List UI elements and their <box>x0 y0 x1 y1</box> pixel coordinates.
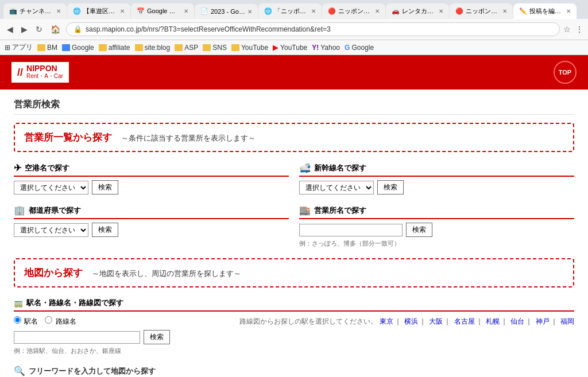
bookmark-yahoo[interactable]: Y! Yahoo <box>312 44 340 52</box>
tab-close-1[interactable]: ✕ <box>56 8 61 14</box>
tab-8[interactable]: 🔴 ニッポンレンタ... ✕ <box>450 3 513 19</box>
station-radio-text-1: 駅名 <box>24 317 38 325</box>
lock-icon: 🔒 <box>74 25 82 33</box>
shinkansen-search-group: 🚅 新幹線名で探す 選択してください 検索 <box>299 162 574 195</box>
bookmark-youtube-link[interactable]: ▶ YouTube <box>273 43 307 52</box>
sep5: ｜ <box>501 317 508 325</box>
bookmark-label-affiliate: affiliate <box>109 44 130 52</box>
tab-close-3[interactable]: ✕ <box>184 8 188 14</box>
tab-favicon-4: 📄 <box>200 7 208 15</box>
sep3: ｜ <box>444 317 451 325</box>
bookmark-affiliate[interactable]: affiliate <box>99 44 130 52</box>
tab-favicon-3: 📅 <box>137 7 145 15</box>
prefecture-search-button[interactable]: 検索 <box>92 223 118 237</box>
office-name-search-button[interactable]: 検索 <box>406 223 432 237</box>
bookmark-bm[interactable]: BM <box>37 44 57 52</box>
map-section-title: 地図から探す <box>24 267 83 278</box>
station-search-button[interactable]: 検索 <box>144 330 170 344</box>
station-section: 🚃 駅名・路線名・路線図で探す 駅名 路線名 <box>14 298 574 355</box>
folder-icon-affiliate <box>99 44 107 51</box>
bookmark-google-search[interactable]: G Google <box>345 44 374 52</box>
city-link-yokohama[interactable]: 横浜 <box>404 317 418 325</box>
bookmark-label-apps: アプリ <box>12 42 33 52</box>
city-link-fukuoka[interactable]: 福岡 <box>560 317 574 325</box>
google-icon: G <box>345 44 350 52</box>
tab-7[interactable]: 🚗 レンタカーなら... ✕ <box>386 3 449 19</box>
airport-select[interactable]: 選択してください <box>14 181 88 195</box>
shinkansen-search-label: 🚅 新幹線名で探す <box>299 162 574 177</box>
bookmark-site-blog[interactable]: site:blog <box>135 44 171 52</box>
tab-favicon-7: 🚗 <box>392 7 400 15</box>
sep1: ｜ <box>394 317 401 325</box>
city-link-tokyo[interactable]: 東京 <box>380 317 393 325</box>
shinkansen-search-button[interactable]: 検索 <box>377 180 404 195</box>
city-link-nagoya[interactable]: 名古屋 <box>454 317 475 325</box>
airport-label-text: 空港名で探す <box>25 163 69 173</box>
city-link-sendai[interactable]: 仙台 <box>510 317 524 325</box>
city-link-kobe[interactable]: 神戸 <box>536 317 550 325</box>
star-icon[interactable]: ☆ <box>563 25 571 34</box>
train-icon: 🚃 <box>14 299 23 308</box>
bookmark-apps[interactable]: ⊞ アプリ <box>5 42 33 52</box>
navigation-bar: ◀ ▶ ↻ 🏠 🔒 sasp.mapion.co.jp/b/nrs/?BT3=s… <box>0 19 588 40</box>
nav-icons: ☆ ⋮ <box>563 25 583 34</box>
bookmark-sns[interactable]: SNS <box>203 44 227 52</box>
folder-icon-youtube <box>231 44 239 51</box>
reload-button[interactable]: ↻ <box>33 24 45 35</box>
tab-9[interactable]: ✏️ 投稿を編集... ✕ <box>513 3 577 19</box>
station-radio-label-2[interactable]: 路線名 <box>45 316 76 327</box>
prefecture-icon: 🏢 <box>14 205 25 216</box>
city-link-osaka[interactable]: 大阪 <box>429 317 443 325</box>
sep7: ｜ <box>551 317 558 325</box>
tab-1[interactable]: 📺 チャンネルのコ ✕ <box>3 3 67 19</box>
address-bar[interactable]: 🔒 sasp.mapion.co.jp/b/nrs/?BT3=selectRes… <box>66 22 560 36</box>
station-label-text: 駅名・路線名・路線図で探す <box>26 298 123 308</box>
tab-3[interactable]: 📅 Google カレン... ✕ <box>131 3 194 19</box>
tab-6[interactable]: 🔴 ニッポンレンタカ... ✕ <box>322 3 385 19</box>
tab-close-9[interactable]: ✕ <box>566 8 571 14</box>
station-radio-2[interactable] <box>45 316 52 324</box>
sep2: ｜ <box>419 317 426 325</box>
bookmark-label-yahoo: Yahoo <box>320 44 340 52</box>
bookmark-label-youtube: YouTube <box>280 44 307 52</box>
list-section-subtitle: ～条件に該当する営業所を表示します～ <box>121 134 256 142</box>
apps-grid-icon: ⊞ <box>5 44 10 52</box>
city-link-sapporo[interactable]: 札幌 <box>486 317 500 325</box>
map-section-box: 地図から探す ～地図を表示し、周辺の営業所を探します～ <box>14 258 574 287</box>
tab-close-2[interactable]: ✕ <box>120 8 125 14</box>
top-button[interactable]: TOP <box>554 61 577 84</box>
route-hint-text: 路線図からお探しの駅を選択してください。 <box>239 317 377 325</box>
airplane-icon: ✈ <box>14 162 21 173</box>
prefecture-search-group: 🏢 都道府県で探す 選択してください 検索 <box>14 205 289 248</box>
tab-close-6[interactable]: ✕ <box>375 8 380 14</box>
logo-nippon: NIPPON <box>26 64 63 72</box>
prefecture-select[interactable]: 選択してください <box>14 223 88 237</box>
station-radio-label-1[interactable]: 駅名 <box>14 316 38 327</box>
menu-icon[interactable]: ⋮ <box>575 25 583 34</box>
tab-close-7[interactable]: ✕ <box>439 8 443 14</box>
station-search-input[interactable] <box>14 331 140 344</box>
airport-search-button[interactable]: 検索 <box>92 180 118 195</box>
tab-close-8[interactable]: ✕ <box>502 8 507 14</box>
tab-close-4[interactable]: ✕ <box>247 9 252 15</box>
shinkansen-select[interactable]: 選択してください <box>299 181 374 195</box>
folder-icon-google <box>62 44 70 51</box>
station-radio-text-2: 路線名 <box>56 317 76 325</box>
airport-search-row: 選択してください 検索 <box>14 180 289 195</box>
tab-5[interactable]: 🌐 「ニッポンレンタ... ✕ <box>258 3 322 19</box>
station-example-text: 例：池袋駅、仙台、おおさか、銀座線 <box>14 347 574 355</box>
office-name-input[interactable] <box>299 224 403 236</box>
bookmark-google[interactable]: Google <box>62 44 94 52</box>
tab-2[interactable]: 🌐 【車遊区彩影... ✕ <box>67 3 130 19</box>
station-radio-1[interactable] <box>14 316 21 324</box>
tab-close-5[interactable]: ✕ <box>311 8 316 14</box>
forward-button[interactable]: ▶ <box>19 24 30 35</box>
bookmark-label-youtube-folder: YouTube <box>241 44 268 52</box>
tab-4[interactable]: 📄 2023 - Googl... ✕ <box>195 4 258 19</box>
freeword-label: 🔍 フリーワードを入力して地図から探す <box>14 366 574 377</box>
back-button[interactable]: ◀ <box>5 24 16 35</box>
bookmark-youtube-folder[interactable]: YouTube <box>231 44 268 52</box>
bookmark-asp[interactable]: ASP <box>175 44 198 52</box>
station-radio-group: 駅名 路線名 <box>14 316 76 327</box>
home-button[interactable]: 🏠 <box>48 24 63 35</box>
